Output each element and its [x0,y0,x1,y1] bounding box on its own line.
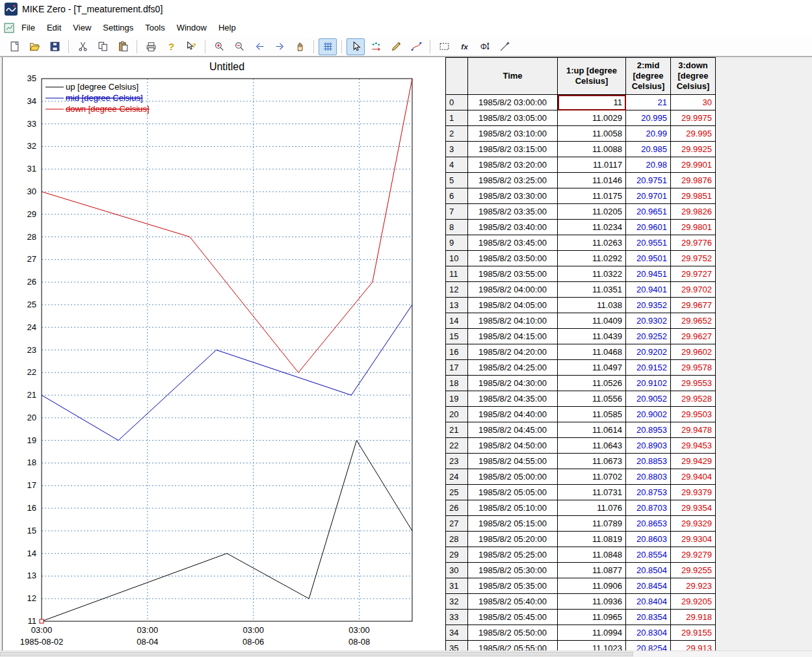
toolbar-pen-tool-button[interactable] [495,38,514,55]
cell-mid[interactable]: 20.9102 [626,376,671,391]
cell-time[interactable]: 1985/8/2 04:40:00 [468,407,558,422]
cell-up[interactable]: 11.0702 [558,469,626,485]
cell-up[interactable]: 11.0058 [558,126,626,142]
cell-down[interactable]: 29.9528 [671,391,716,407]
cell-mid[interactable]: 20.9202 [626,344,671,360]
cell-up[interactable]: 11.0351 [558,282,626,298]
row-header[interactable]: 28 [446,532,468,547]
cell-time[interactable]: 1985/8/2 05:15:00 [468,516,558,532]
cell-up[interactable]: 11.0614 [558,422,626,438]
cell-mid[interactable]: 20.8304 [626,625,671,641]
cell-mid[interactable]: 20.8454 [626,578,671,594]
cell-time[interactable]: 1985/8/2 03:55:00 [468,266,558,282]
cell-time[interactable]: 1985/8/2 05:30:00 [468,563,558,578]
cell-up[interactable]: 11.0877 [558,563,626,578]
cell-mid[interactable]: 20.8903 [626,438,671,454]
cell-down[interactable]: 29.923 [671,578,716,594]
cell-mid[interactable]: 20.9651 [626,204,671,220]
menu-item-tools[interactable]: Tools [139,20,170,35]
cell-up[interactable]: 11.038 [558,298,626,313]
row-header[interactable]: 32 [446,594,468,610]
cell-down[interactable]: 29.9255 [671,563,716,578]
selected-point-marker[interactable] [40,619,44,623]
cell-time[interactable]: 1985/8/2 04:55:00 [468,454,558,469]
cell-down[interactable]: 29.9354 [671,500,716,516]
row-header[interactable]: 35 [446,641,468,652]
cell-mid[interactable]: 20.8653 [626,516,671,532]
cell-down[interactable]: 29.9851 [671,188,716,204]
row-header[interactable]: 7 [446,204,468,220]
cell-down[interactable]: 29.9727 [671,266,716,282]
toolbar-print-button[interactable] [142,38,160,55]
cell-mid[interactable]: 20.8254 [626,641,671,652]
menu-item-view[interactable]: View [67,20,97,35]
toolbar-select-rectangle-button[interactable] [435,38,453,55]
cell-mid[interactable]: 20.8853 [626,454,671,469]
toolbar-zoom-previous-button[interactable] [250,38,268,55]
cell-down[interactable]: 29.9453 [671,438,716,454]
cell-down[interactable]: 29.9379 [671,485,716,500]
cell-down[interactable]: 29.9925 [671,142,716,157]
column-header-up[interactable]: 1:up [degree Celsius] [558,58,626,95]
cell-mid[interactable]: 20.98 [626,157,671,173]
cell-down[interactable]: 29.9702 [671,282,716,298]
row-header[interactable]: 3 [446,142,468,157]
column-header-index[interactable] [446,58,468,95]
row-header[interactable]: 17 [446,360,468,376]
toolbar-zoom-next-button[interactable] [270,38,289,55]
column-header-down[interactable]: 3:down [degree Celsius] [671,58,716,95]
cell-down[interactable]: 29.9602 [671,344,716,360]
cell-mid[interactable]: 20.9501 [626,251,671,266]
cell-down[interactable]: 29.9279 [671,547,716,563]
toolbar-new-document-button[interactable] [5,38,23,55]
toolbar-select-pointer-button[interactable] [347,38,365,55]
cell-time[interactable]: 1985/8/2 05:40:00 [468,594,558,610]
cell-down[interactable]: 29.9652 [671,313,716,329]
cell-up[interactable]: 11.076 [558,500,626,516]
cell-mid[interactable]: 20.995 [626,110,671,126]
cell-down[interactable]: 29.9553 [671,376,716,391]
row-header[interactable]: 19 [446,391,468,407]
toolbar-zoom-in-button[interactable] [210,38,228,55]
cell-up[interactable]: 11.0292 [558,251,626,266]
cell-down[interactable]: 29.913 [671,641,716,652]
row-header[interactable]: 16 [446,344,468,360]
cell-time[interactable]: 1985/8/2 05:20:00 [468,532,558,547]
column-header-mid[interactable]: 2:mid [degree Celsius] [626,58,671,95]
cell-up[interactable]: 11.0468 [558,344,626,360]
cell-mid[interactable]: 20.99 [626,126,671,142]
menu-item-help[interactable]: Help [213,20,242,35]
row-header[interactable]: 34 [446,625,468,641]
cell-mid[interactable]: 20.9751 [626,173,671,188]
cell-up[interactable]: 11.0234 [558,220,626,235]
menu-item-edit[interactable]: Edit [41,20,67,35]
cell-time[interactable]: 1985/8/2 04:25:00 [468,360,558,376]
toolbar-draw-points-button[interactable] [387,38,405,55]
cell-time[interactable]: 1985/8/2 04:20:00 [468,344,558,360]
series-line-down[interactable] [42,79,412,372]
cell-time[interactable]: 1985/8/2 05:00:00 [468,469,558,485]
cell-time[interactable]: 1985/8/2 04:35:00 [468,391,558,407]
cell-mid[interactable]: 20.9551 [626,235,671,251]
cell-mid[interactable]: 20.8753 [626,485,671,500]
cell-time[interactable]: 1985/8/2 03:50:00 [468,251,558,266]
cell-mid[interactable]: 20.8504 [626,563,671,578]
cell-up[interactable]: 11.1023 [558,641,626,652]
cell-up[interactable]: 11.0117 [558,157,626,173]
toolbar-help-button[interactable]: ? [162,38,180,55]
cell-up[interactable]: 11.0497 [558,360,626,376]
toolbar-pan-button[interactable] [291,38,309,55]
cell-mid[interactable]: 20.8953 [626,422,671,438]
cell-up[interactable]: 11.0965 [558,610,626,625]
cell-up[interactable]: 11.0322 [558,266,626,282]
cell-time[interactable]: 1985/8/2 04:45:00 [468,422,558,438]
cell-mid[interactable]: 20.9701 [626,188,671,204]
cell-up[interactable]: 11.0088 [558,142,626,157]
cell-down[interactable]: 30 [671,95,716,110]
row-header[interactable]: 2 [446,126,468,142]
cell-mid[interactable]: 20.9601 [626,220,671,235]
cell-up[interactable]: 11.0556 [558,391,626,407]
cell-time[interactable]: 1985/8/2 05:45:00 [468,610,558,625]
cell-time[interactable]: 1985/8/2 03:45:00 [468,235,558,251]
cell-time[interactable]: 1985/8/2 04:05:00 [468,298,558,313]
